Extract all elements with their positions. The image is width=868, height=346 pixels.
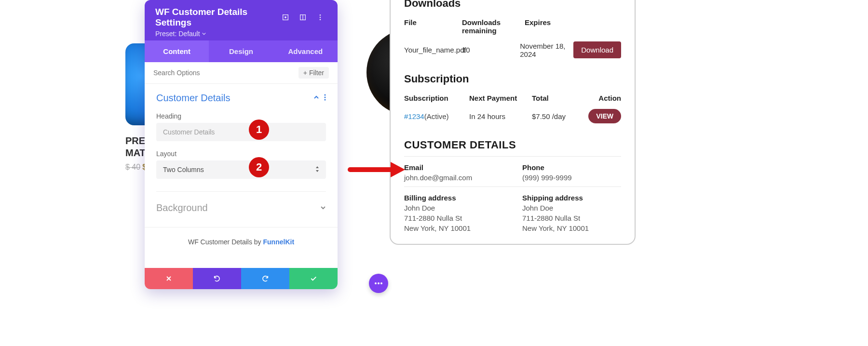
col-total: Total (532, 94, 580, 102)
layout-label: Layout (156, 150, 326, 158)
col-next-payment: Next Payment (469, 94, 532, 102)
panel-tabs: Content Design Advanced (145, 40, 338, 62)
credit-link[interactable]: FunnelKit (263, 238, 295, 246)
panel-credit: WF Customer Details by FunnelKit (145, 227, 338, 254)
subscription-link[interactable]: #1234 (404, 112, 424, 120)
billing-label: Billing address (404, 194, 503, 202)
divider (404, 156, 621, 157)
subscription-table: Subscription Next Payment Total Action #… (404, 94, 621, 123)
subscription-status: (Active) (424, 112, 449, 120)
shipping-label: Shipping address (522, 194, 621, 202)
file-name: Your_file_name.pdf (404, 46, 462, 54)
col-action: Action (580, 94, 621, 102)
undo-button[interactable] (193, 268, 241, 289)
phone-label: Phone (522, 163, 621, 172)
downloads-table: File Downloads remaining Expires Your_fi… (404, 18, 621, 58)
annotation-badge-2: 2 (249, 157, 269, 177)
panel-header: WF Customer Details Settings Preset: Def… (145, 0, 338, 40)
svg-point-10 (375, 282, 377, 284)
plus-icon: + (303, 69, 307, 77)
table-row: #1234(Active) In 24 hours $7.50 /day VIE… (404, 109, 621, 123)
svg-point-5 (320, 17, 321, 18)
svg-marker-14 (391, 162, 405, 177)
search-row: + Filter (145, 62, 338, 84)
svg-point-12 (380, 282, 382, 284)
layout-select[interactable]: Two Columns 2 (156, 160, 326, 179)
heading-label: Heading (156, 112, 326, 120)
col-file: File (404, 18, 462, 35)
billing-name: John Doe (404, 204, 503, 212)
section-more-icon[interactable] (324, 94, 326, 103)
chevron-down-icon (202, 32, 206, 36)
product-price: $ 40$ (125, 163, 147, 172)
panel-footer (145, 268, 338, 289)
preview-card: Downloads File Downloads remaining Expir… (390, 0, 636, 245)
downloads-remaining: 10 (462, 46, 520, 54)
more-icon[interactable] (313, 11, 327, 24)
panel-title: WF Customer Details Settings (155, 7, 275, 28)
section-background-title[interactable]: Background (156, 202, 320, 213)
total-cost: $7.50 /day (532, 112, 580, 120)
col-expires: Expires (525, 18, 583, 35)
shipping-addr2: New York, NY 10001 (522, 224, 621, 232)
phone-value: (999) 999-9999 (522, 173, 621, 182)
svg-point-7 (324, 94, 326, 95)
billing-addr1: 711-2880 Nulla St (404, 214, 503, 222)
tab-design[interactable]: Design (209, 40, 273, 62)
section-customer-details: Customer Details Heading Customer Detail… (145, 84, 338, 222)
view-button[interactable]: VIEW (588, 109, 621, 123)
dots-horizontal-icon (374, 282, 383, 285)
heading-field[interactable]: Customer Details 1 (156, 123, 326, 141)
email-label: Email (404, 163, 503, 172)
svg-point-8 (324, 96, 326, 98)
settings-panel: WF Customer Details Settings Preset: Def… (145, 0, 338, 289)
filter-button[interactable]: + Filter (298, 67, 329, 79)
shipping-name: John Doe (522, 204, 621, 212)
expand-icon[interactable] (279, 11, 292, 24)
download-button[interactable]: Download (573, 41, 621, 58)
col-remaining: Downloads remaining (462, 18, 525, 35)
layout-toggle-icon[interactable] (296, 11, 310, 24)
svg-point-6 (320, 19, 321, 20)
svg-point-11 (378, 282, 380, 284)
annotation-arrow (347, 160, 405, 179)
redo-button[interactable] (241, 268, 289, 289)
section-title[interactable]: Customer Details (156, 93, 313, 104)
divider (404, 186, 621, 187)
billing-addr2: New York, NY 10001 (404, 224, 503, 232)
svg-point-9 (324, 99, 326, 100)
preset-selector[interactable]: Preset: Default (155, 30, 327, 38)
tab-content[interactable]: Content (145, 40, 209, 62)
downloads-title: Downloads (404, 0, 621, 10)
chevron-down-icon[interactable] (320, 204, 326, 212)
chevron-up-icon[interactable] (313, 94, 319, 102)
subscription-title: Subscription (404, 73, 621, 85)
annotation-badge-1: 1 (249, 120, 269, 140)
tab-advanced[interactable]: Advanced (273, 40, 338, 62)
shipping-addr1: 711-2880 Nulla St (522, 214, 621, 222)
svg-point-1 (285, 17, 286, 18)
next-payment: In 24 hours (469, 112, 532, 120)
fab-more-button[interactable] (369, 274, 388, 293)
customer-details-title: CUSTOMER DETAILS (404, 139, 621, 151)
search-input[interactable] (153, 69, 298, 77)
col-subscription: Subscription (404, 94, 469, 102)
email-value: john.doe@gmail.com (404, 173, 503, 182)
table-row: Your_file_name.pdf 10 November 18, 2024 … (404, 41, 621, 58)
expires-date: November 18, 2024 (520, 42, 573, 58)
select-caret-icon (315, 166, 319, 173)
save-button[interactable] (289, 268, 338, 289)
cancel-button[interactable] (145, 268, 193, 289)
svg-point-4 (320, 14, 321, 16)
